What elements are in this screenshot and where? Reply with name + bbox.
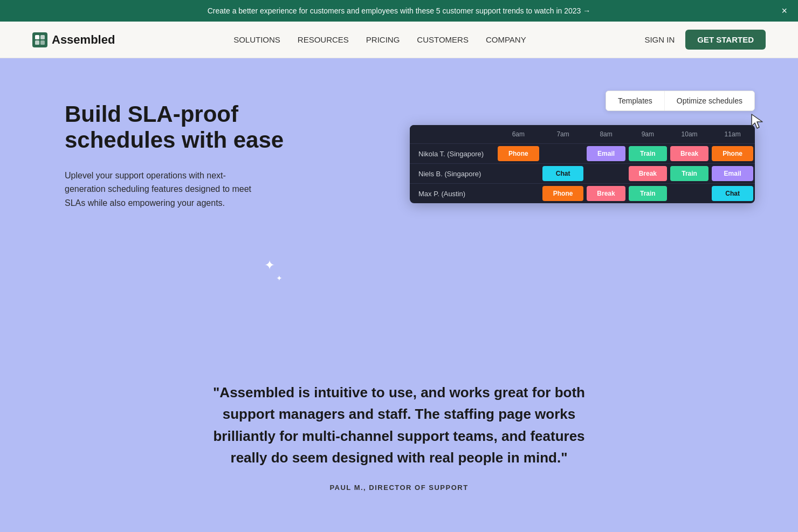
table-header-row: 6am 7am 8am 9am 10am 11am [410,125,755,144]
banner-text: Create a better experience for customers… [208,6,590,15]
pill-phone: Phone [498,146,539,161]
slot-1-4: Break [627,164,669,184]
nav-links: SOLUTIONS RESOURCES PRICING CUSTOMERS CO… [233,35,526,45]
get-started-button[interactable]: GET STARTED [685,30,766,50]
optimize-button[interactable]: Optimize schedules [665,91,754,110]
hero-content: Build SLA-proof schedules with ease Uple… [65,91,291,210]
hero-description: Uplevel your support operations with nex… [65,169,259,210]
hero-title: Build SLA-proof schedules with ease [65,101,291,154]
quote-author: PAUL M., DIRECTOR OF SUPPORT [108,483,690,492]
pill-train: Train [629,146,667,161]
col-header-name [410,125,496,144]
svg-rect-3 [40,40,45,45]
slot-1-6: Email [710,164,755,184]
slot-0-3: Email [585,144,627,164]
nav-item-pricing[interactable]: PRICING [366,35,400,44]
announcement-banner: Create a better experience for customers… [0,0,798,22]
sparkle-icon-1: ✦ [264,258,275,273]
pill-chat: Chat [542,166,584,181]
pill-email: Email [587,146,625,161]
main-nav: Assembled SOLUTIONS RESOURCES PRICING CU… [0,22,798,58]
templates-button[interactable]: Templates [606,91,665,110]
col-header-8am: 8am [585,125,627,144]
row-name-0: Nikola T. (Singapore) [410,144,496,164]
nav-item-company[interactable]: COMPANY [486,35,526,44]
col-header-7am: 7am [541,125,586,144]
nav-actions: SIGN IN GET STARTED [644,30,766,50]
pill-train: Train [629,186,667,201]
logo-text: Assembled [52,33,115,47]
schedule-table: 6am 7am 8am 9am 10am 11am Nikola T. (Sin… [410,125,755,203]
row-name-2: Max P. (Austin) [410,184,496,204]
slot-0-1: Phone [496,144,541,164]
nav-item-solutions[interactable]: SOLUTIONS [233,35,280,44]
sign-in-button[interactable]: SIGN IN [644,35,675,44]
pill-phone: Phone [712,146,753,161]
slot-2-4: Train [627,184,669,204]
slot-1-2: Chat [541,164,586,184]
table-row: Nikola T. (Singapore)PhoneEmailTrainBrea… [410,144,755,164]
schedule-table-wrapper: 6am 7am 8am 9am 10am 11am Nikola T. (Sin… [410,125,755,203]
logo-icon [32,32,47,47]
nav-item-customers[interactable]: CUSTOMERS [417,35,469,44]
svg-rect-2 [35,40,39,45]
cursor-icon [751,113,765,130]
col-header-6am: 6am [496,125,541,144]
col-header-9am: 9am [627,125,669,144]
svg-rect-1 [40,35,45,39]
pill-break: Break [587,186,625,201]
slot-0-4: Train [627,144,669,164]
slot-2-6: Chat [710,184,755,204]
table-row: Max P. (Austin)PhoneBreakTrainChat [410,184,755,204]
slot-0-5: Break [669,144,710,164]
row-name-1: Niels B. (Singapore) [410,164,496,184]
pill-break: Break [629,166,667,181]
col-header-11am: 11am [710,125,755,144]
slot-0-2 [541,144,586,164]
pill-chat: Chat [712,186,753,201]
pill-phone: Phone [542,186,584,201]
slot-2-5 [669,184,710,204]
slot-2-2: Phone [541,184,586,204]
table-row: Niels B. (Singapore)ChatBreakTrainEmail [410,164,755,184]
slot-0-6: Phone [710,144,755,164]
svg-rect-0 [35,35,39,39]
col-header-10am: 10am [669,125,710,144]
logo-link[interactable]: Assembled [32,32,115,47]
slot-1-1 [496,164,541,184]
pill-train: Train [670,166,708,181]
close-banner-button[interactable]: × [781,5,787,17]
slot-1-3 [585,164,627,184]
quote-text: "Assembled is intuitive to use, and work… [194,382,604,468]
slot-2-3: Break [585,184,627,204]
schedule-toolbar: Templates Optimize schedules [606,91,755,111]
sparkle-icon-2: ✦ [276,274,283,282]
slot-2-1 [496,184,541,204]
pill-email: Email [712,166,753,181]
schedule-container: Templates Optimize schedules 6am 7am 8am… [313,91,755,203]
hero-section: Build SLA-proof schedules with ease Uple… [0,58,798,338]
nav-item-resources[interactable]: RESOURCES [298,35,349,44]
slot-1-5: Train [669,164,710,184]
quote-section: "Assembled is intuitive to use, and work… [0,338,798,532]
pill-break: Break [670,146,708,161]
